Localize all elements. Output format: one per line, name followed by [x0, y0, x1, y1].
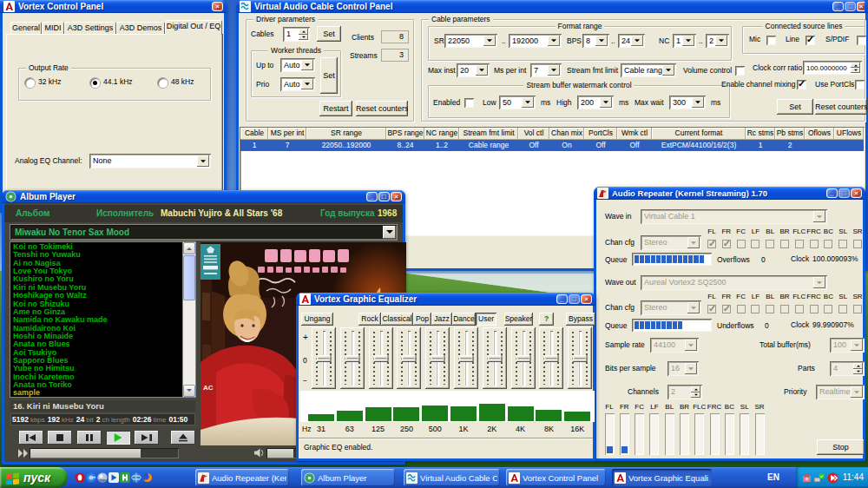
eq-slider-4k[interactable]	[511, 327, 536, 389]
channel-checkbox-bc[interactable]	[824, 305, 832, 313]
column-header[interactable]: BPS range	[386, 128, 424, 140]
eq-slider-250[interactable]	[397, 327, 421, 389]
radio-44khz[interactable]	[90, 78, 100, 88]
taskbar-button-vortex-control-panel[interactable]: Vortex Control Panel	[506, 469, 606, 486]
list-item[interactable]: sample	[10, 389, 183, 397]
seek-bar[interactable]	[30, 448, 179, 458]
radio-48khz-label[interactable]: 48 kHz	[171, 77, 194, 86]
eq-button-pop[interactable]: Pop	[413, 313, 431, 326]
cable-set-button[interactable]: Set	[777, 99, 813, 115]
tab-a3d-settings[interactable]: A3D Settings	[64, 22, 116, 34]
column-header[interactable]: Stream fmt limit	[459, 128, 518, 140]
nc-from-arrow[interactable]	[682, 36, 694, 46]
volume-control-checkbox[interactable]	[735, 66, 745, 76]
pause-button[interactable]	[77, 431, 102, 445]
list-item[interactable]: Namidairono Koi	[10, 325, 183, 333]
sample-rate-arrow[interactable]	[685, 340, 697, 351]
sr-to-arrow[interactable]	[548, 36, 560, 46]
line-checkbox[interactable]	[806, 36, 815, 45]
eq-titlebar[interactable]: Vortex Graphic Equalizer _ □ ×	[296, 293, 595, 306]
channel-checkbox-br[interactable]	[780, 240, 789, 248]
channel-checkbox-sr[interactable]	[853, 305, 862, 313]
list-item[interactable]: Ai no Nagisa	[10, 260, 183, 267]
column-header[interactable]: Chan mix	[549, 128, 584, 140]
analog-eq-combo[interactable]: None	[89, 154, 211, 168]
cables-spinner[interactable]: 1	[283, 27, 310, 42]
taskbar-button-audio-repeater-kern[interactable]: Audio Repeater (Kern...	[195, 469, 289, 486]
stop-button[interactable]	[48, 431, 72, 445]
use-portcls-checkbox[interactable]	[855, 80, 865, 89]
enable-mixing-checkbox[interactable]	[797, 80, 806, 89]
list-item[interactable]: Sapporo Blues	[10, 357, 183, 365]
eq-button-user[interactable]: User	[476, 313, 496, 326]
high-combo[interactable]: 200	[577, 96, 614, 109]
max-wait-arrow[interactable]	[692, 97, 704, 108]
eq-slider-1k[interactable]	[454, 327, 478, 389]
slider-thumb[interactable]	[516, 355, 530, 362]
vac-maximize-button[interactable]: □	[845, 2, 856, 11]
low-combo[interactable]: 50	[499, 96, 536, 109]
seek-speed-icon[interactable]	[18, 449, 29, 458]
sr-from-combo[interactable]: 22050	[444, 34, 497, 48]
worker-set-button[interactable]: Set	[320, 57, 338, 94]
prio-combo-arrow[interactable]	[301, 79, 313, 89]
tab-digital-out-eq[interactable]: Digital Out / EQ	[165, 20, 222, 35]
bps-from-combo[interactable]: 8	[582, 34, 609, 48]
column-header[interactable]: Current format	[652, 128, 746, 140]
eq-minimize-button[interactable]: _	[556, 294, 568, 304]
eq-button-rock[interactable]: Rock	[358, 313, 381, 326]
ms-per-int-combo[interactable]: 7	[530, 63, 562, 77]
slider-thumb[interactable]	[459, 355, 474, 362]
vac-close-button[interactable]: ×	[857, 2, 865, 11]
list-item[interactable]: Anata no Blues	[10, 340, 183, 348]
tab-midi[interactable]: MIDI	[42, 22, 64, 34]
sr-to-combo[interactable]: 192000	[509, 34, 562, 48]
list-item[interactable]: Anata no Toriko	[10, 381, 183, 389]
channels-spinner[interactable]: 2	[667, 385, 702, 399]
channel-checkbox-fr[interactable]	[722, 240, 731, 248]
taskbar-button-vortex-graphic-equali[interactable]: Vortex Graphic Equali...	[612, 469, 712, 486]
priority-arrow[interactable]	[851, 386, 863, 398]
eq-slider-31[interactable]	[312, 327, 336, 389]
column-header[interactable]: Oflows	[805, 128, 834, 140]
upto-combo[interactable]: Auto	[280, 58, 315, 72]
album-player-minimize-button[interactable]: _	[366, 192, 378, 201]
channel-checkbox-frc[interactable]	[810, 305, 819, 313]
eq-button-ungang[interactable]: Ungang	[301, 313, 333, 326]
channel-checkbox-frc[interactable]	[810, 240, 819, 248]
column-header[interactable]: NC range	[424, 128, 459, 140]
green-connection-icon[interactable]	[814, 473, 825, 483]
taskbar-button-album-player[interactable]: Album Player	[301, 469, 395, 486]
column-header[interactable]: Cable	[240, 128, 268, 140]
tab-general[interactable]: General	[10, 22, 42, 34]
list-item[interactable]: Kiri ni Musebu Yoru	[10, 284, 183, 292]
slider-thumb[interactable]	[573, 355, 588, 362]
column-header[interactable]: SR range	[306, 128, 386, 140]
channel-checkbox-fc[interactable]	[737, 305, 746, 313]
eq-slider-16k[interactable]	[568, 327, 592, 389]
slider-thumb[interactable]	[373, 355, 388, 362]
list-item[interactable]: Inochi Karetemo	[10, 373, 183, 381]
nc-to-arrow[interactable]	[715, 36, 727, 46]
scroll-up-button[interactable]	[183, 242, 195, 254]
slider-thumb[interactable]	[431, 355, 445, 362]
column-header[interactable]: Vol ctl	[518, 128, 549, 140]
vortex-cp-titlebar[interactable]: Vortex Control Panel ×	[0, 0, 227, 13]
wave-out-arrow[interactable]	[813, 277, 825, 288]
channel-checkbox-flc[interactable]	[795, 305, 804, 313]
stop-button[interactable]: Stop	[817, 439, 865, 455]
mic-checkbox[interactable]	[766, 36, 776, 45]
pink-device-icon[interactable]	[802, 473, 812, 483]
radio-44khz-label[interactable]: 44.1 kHz	[103, 77, 133, 86]
column-header[interactable]: Rc stms	[746, 128, 775, 140]
total-buffer-combo[interactable]: 100	[830, 338, 865, 353]
channel-checkbox-bl[interactable]	[766, 240, 774, 248]
fmt-limit-combo[interactable]: Cable range	[621, 63, 676, 77]
eq-close-button[interactable]: ×	[581, 294, 592, 304]
eq-slider-125[interactable]	[369, 327, 393, 389]
list-item[interactable]: Hoshikage no Waltz	[10, 292, 183, 300]
sr-from-arrow[interactable]	[483, 36, 496, 46]
column-header[interactable]: Pb stms	[775, 128, 805, 140]
list-item[interactable]: Yube no Himitsu	[10, 365, 183, 373]
ms-per-int-arrow[interactable]	[548, 65, 560, 76]
